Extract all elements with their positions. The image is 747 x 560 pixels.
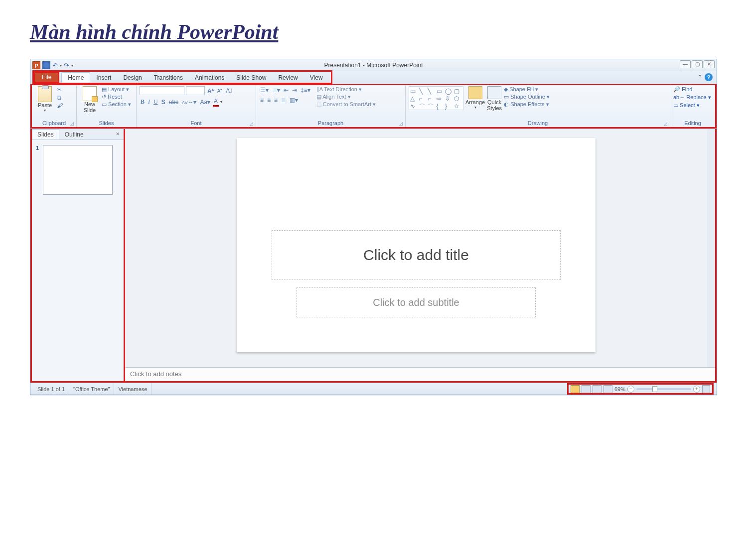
shape-fill-button[interactable]: ◆ Shape Fill ▾	[504, 86, 550, 93]
slideshow-view-button[interactable]	[603, 385, 612, 393]
shadow-button[interactable]: S	[160, 98, 166, 106]
tab-view[interactable]: View	[304, 73, 329, 83]
numbering-icon[interactable]: ≣▾	[271, 86, 281, 94]
zoom-out-button[interactable]: −	[627, 386, 634, 393]
panel-tab-outline[interactable]: Outline	[59, 129, 89, 140]
shape-arc-icon[interactable]: ⌒	[419, 103, 428, 111]
align-text-button[interactable]: ▤ Align Text ▾	[316, 94, 376, 100]
slide-thumbnail[interactable]	[43, 145, 113, 195]
font-size-select[interactable]	[186, 86, 205, 95]
shape-brace2-icon[interactable]: }	[445, 103, 453, 111]
redo-icon[interactable]: ↷	[64, 62, 69, 69]
find-button[interactable]: 🔎 Find	[673, 86, 711, 93]
shape-oval-icon[interactable]: ◯	[445, 88, 453, 95]
text-direction-button[interactable]: ∥A Text Direction ▾	[316, 86, 376, 93]
clear-formatting-icon[interactable]: A⃠	[225, 87, 233, 95]
panel-tab-slides[interactable]: Slides	[32, 129, 59, 140]
shape-line-icon[interactable]: ╲	[419, 88, 428, 95]
tab-animations[interactable]: Animations	[189, 73, 230, 83]
font-color-icon[interactable]: A	[213, 97, 219, 107]
normal-view-button[interactable]	[571, 385, 580, 393]
char-spacing-icon[interactable]: AV↔▾	[181, 98, 197, 106]
font-family-select[interactable]	[140, 86, 184, 95]
line-spacing-icon[interactable]: ‡≡▾	[299, 86, 311, 94]
bullets-icon[interactable]: ☰▾	[259, 86, 270, 94]
italic-button[interactable]: I	[147, 98, 151, 106]
paragraph-launcher-icon[interactable]: ◿	[399, 121, 404, 126]
undo-dropdown-icon[interactable]: ▾	[60, 63, 62, 68]
format-painter-icon[interactable]: 🖌	[57, 102, 63, 109]
align-left-icon[interactable]: ≡	[259, 96, 265, 104]
close-button[interactable]: ✕	[704, 60, 715, 68]
maximize-button[interactable]: ▢	[692, 60, 703, 68]
copy-icon[interactable]: ⧉	[57, 94, 63, 101]
cut-icon[interactable]: ✂	[57, 86, 63, 93]
shape-rect-icon[interactable]: ▭	[437, 88, 445, 95]
subtitle-placeholder[interactable]: Click to add subtitle	[297, 287, 536, 317]
justify-icon[interactable]: ≣	[280, 96, 287, 104]
clipboard-launcher-icon[interactable]: ◿	[70, 121, 75, 126]
shape-textbox-icon[interactable]: ▭	[410, 88, 419, 95]
align-center-icon[interactable]: ≡	[266, 96, 272, 104]
decrease-indent-icon[interactable]: ⇤	[283, 86, 290, 94]
shrink-font-icon[interactable]: A▾	[216, 87, 224, 94]
replace-button[interactable]: ab↔ Replace ▾	[673, 94, 711, 101]
select-button[interactable]: ▭ Select ▾	[673, 102, 711, 109]
bold-button[interactable]: B	[140, 98, 146, 106]
increase-indent-icon[interactable]: ⇥	[291, 86, 298, 94]
layout-button[interactable]: ▤ Layout ▾	[102, 86, 131, 93]
drawing-launcher-icon[interactable]: ◿	[664, 121, 669, 126]
tab-insert[interactable]: Insert	[90, 73, 117, 83]
qat-customize-icon[interactable]: ▾	[71, 63, 73, 68]
sorter-view-button[interactable]	[582, 385, 591, 393]
shape-hex-icon[interactable]: ⬡	[454, 95, 462, 102]
new-slide-button[interactable]: New Slide	[80, 86, 100, 113]
panel-close-button[interactable]: ×	[112, 129, 124, 140]
shape-line2-icon[interactable]: ╲	[428, 88, 436, 95]
convert-smartart-button[interactable]: ⬚ Convert to SmartArt ▾	[316, 101, 376, 108]
minimize-button[interactable]: —	[680, 60, 691, 68]
reset-button[interactable]: ↺ Reset	[102, 94, 131, 100]
undo-icon[interactable]: ↶	[52, 62, 58, 69]
tab-slideshow[interactable]: Slide Show	[230, 73, 272, 83]
tab-home[interactable]: Home	[61, 72, 90, 83]
help-icon[interactable]: ?	[705, 73, 713, 81]
shape-arc2-icon[interactable]: ⌒	[428, 103, 436, 111]
arrange-button[interactable]: Arrange ▾	[465, 86, 485, 110]
section-button[interactable]: ▭ Section ▾	[102, 101, 131, 108]
reading-view-button[interactable]	[593, 385, 601, 393]
zoom-in-button[interactable]: +	[693, 386, 700, 393]
shape-curve-icon[interactable]: ∿	[410, 103, 419, 111]
tab-design[interactable]: Design	[117, 73, 148, 83]
shape-connector-icon[interactable]: ⌐	[419, 95, 428, 102]
shape-arrow-icon[interactable]: ⇨	[437, 95, 445, 102]
zoom-slider-thumb[interactable]	[652, 386, 657, 392]
shape-effects-button[interactable]: ◐ Shape Effects ▾	[504, 101, 550, 108]
vertical-scrollbar[interactable]	[707, 129, 715, 367]
shape-star-icon[interactable]: ☆	[454, 103, 462, 111]
minimize-ribbon-icon[interactable]: ⌃	[697, 74, 703, 81]
zoom-slider[interactable]	[636, 388, 691, 390]
tab-transitions[interactable]: Transitions	[148, 73, 189, 83]
shape-triangle-icon[interactable]: △	[410, 95, 419, 102]
tab-review[interactable]: Review	[272, 73, 303, 83]
paste-button[interactable]: Paste ▾	[35, 86, 55, 113]
file-tab[interactable]: File	[34, 72, 59, 83]
shape-brace-icon[interactable]: {	[437, 103, 445, 111]
status-language[interactable]: Vietnamese	[114, 383, 151, 395]
shape-arrowdown-icon[interactable]: ⇩	[445, 95, 453, 102]
strike-button[interactable]: abc	[168, 98, 179, 106]
save-icon[interactable]	[42, 61, 50, 69]
font-launcher-icon[interactable]: ◿	[250, 121, 255, 126]
notes-pane[interactable]: Click to add notes	[125, 367, 715, 381]
underline-button[interactable]: U	[152, 98, 159, 106]
shape-connector2-icon[interactable]: ⌐	[428, 95, 436, 102]
slide-canvas[interactable]: Click to add title Click to add subtitle	[237, 138, 596, 352]
columns-icon[interactable]: ▥▾	[289, 96, 299, 104]
change-case-icon[interactable]: Aa▾	[199, 98, 211, 106]
fit-to-window-button[interactable]	[702, 385, 710, 393]
quick-styles-button[interactable]: Quick Styles	[487, 86, 502, 111]
title-placeholder[interactable]: Click to add title	[272, 230, 561, 280]
align-right-icon[interactable]: ≡	[273, 96, 279, 104]
grow-font-icon[interactable]: A▴	[206, 87, 215, 95]
